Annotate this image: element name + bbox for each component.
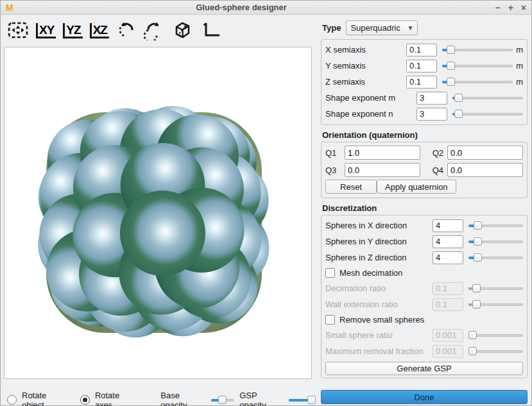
spheres-z-input[interactable] <box>433 251 463 264</box>
x-semiaxis-row: X semiaxis m <box>325 42 523 58</box>
shape-exponent-n-label: Shape exponent n <box>325 109 416 119</box>
glued-sphere-render <box>4 47 311 378</box>
remove-small-spheres-checkbox[interactable] <box>325 315 335 325</box>
rotate-axes-radio[interactable] <box>80 395 90 405</box>
wall-extension-ratio-label: Wall extension ratio <box>325 300 433 309</box>
view-yz-label: YZ <box>63 23 82 38</box>
small-sphere-ratio-row: Small sphere ratio <box>325 327 523 343</box>
app-logo: M <box>6 3 13 13</box>
rotate-object-label: Rotate object <box>22 391 66 406</box>
titlebar: M Glued-sphere designer − + × <box>1 1 531 15</box>
mesh-decimation-row: Mesh decimation <box>325 266 523 280</box>
random-orientation-button[interactable] <box>170 19 194 44</box>
apply-quaternion-button[interactable]: Apply quaternion <box>377 180 456 194</box>
slider-handle <box>468 347 477 355</box>
view-xz-button[interactable]: XZ <box>89 22 110 40</box>
view-xy-button[interactable]: XY <box>35 22 57 40</box>
spheres-y-input[interactable] <box>433 235 463 248</box>
q2-label: Q2 <box>424 148 443 158</box>
rotate-cw-icon <box>144 20 164 42</box>
spheres-x-slider[interactable] <box>468 221 523 231</box>
spheres-z-slider[interactable] <box>468 253 523 263</box>
type-value: Superquadric <box>350 23 403 33</box>
toggle-axes-button[interactable] <box>199 19 223 44</box>
mesh-decimation-checkbox[interactable] <box>325 268 335 278</box>
z-semiaxis-slider[interactable] <box>442 77 513 87</box>
spheres-x-input[interactable] <box>433 219 463 232</box>
rotate-axes-label: Rotate axes <box>95 391 135 406</box>
rotate-cw-button[interactable] <box>142 19 166 44</box>
small-sphere-ratio-input <box>433 329 463 342</box>
spheres-x-label: Spheres in X direction <box>325 221 433 230</box>
type-dropdown[interactable]: Superquadric ▼ <box>346 21 418 35</box>
shape-exponent-m-input[interactable] <box>416 92 447 105</box>
gsp-opacity-slider[interactable] <box>289 395 312 405</box>
gsp-opacity-label: GSP opacity <box>239 391 281 406</box>
spheres-z-label: Spheres in Z direction <box>325 253 433 262</box>
shape-exponent-n-slider[interactable] <box>452 109 523 119</box>
discretization-header: Discretization <box>322 203 528 213</box>
slider-handle[interactable] <box>454 94 463 102</box>
x-semiaxis-input[interactable] <box>406 44 437 56</box>
y-semiaxis-label: Y semiaxis <box>325 61 406 71</box>
q3-input[interactable] <box>345 163 420 177</box>
window-title: Glued-sphere designer <box>13 3 495 12</box>
x-semiaxis-unit: m <box>513 45 523 55</box>
fit-view-button[interactable] <box>6 19 30 44</box>
shape-exponent-m-slider[interactable] <box>452 93 523 103</box>
max-removal-fraction-input <box>433 345 463 358</box>
remove-small-spheres-label: Remove small spheres <box>339 315 424 325</box>
view-yz-button[interactable]: YZ <box>62 22 83 40</box>
max-removal-fraction-row: Maximum removal fraction <box>325 343 523 359</box>
rotate-object-radio[interactable] <box>7 395 17 405</box>
shape-exponent-m-label: Shape exponent m <box>325 93 416 103</box>
base-opacity-slider[interactable] <box>211 395 234 405</box>
reset-button[interactable]: Reset <box>325 180 377 194</box>
slider-handle[interactable] <box>447 46 455 54</box>
max-removal-fraction-label: Maximum removal fraction <box>325 346 433 356</box>
decimation-ratio-slider <box>468 283 523 294</box>
settings-panel: Type Superquadric ▼ X semiaxis m Y semia… <box>318 15 531 406</box>
slider-handle[interactable] <box>454 110 463 118</box>
slider-handle[interactable] <box>218 396 227 404</box>
q4-input[interactable] <box>447 163 523 177</box>
view-xz-label: XZ <box>90 23 109 38</box>
maximize-button[interactable]: + <box>508 3 513 12</box>
view-xy-label: XY <box>36 23 56 38</box>
y-semiaxis-slider[interactable] <box>442 61 513 71</box>
slider-handle[interactable] <box>474 221 482 230</box>
y-semiaxis-row: Y semiaxis m <box>325 58 523 74</box>
z-semiaxis-input[interactable] <box>406 76 437 89</box>
remove-small-spheres-row: Remove small spheres <box>325 312 523 327</box>
slider-track <box>452 113 523 115</box>
generate-gsp-button[interactable]: Generate GSP <box>325 362 523 375</box>
spheres-y-slider[interactable] <box>468 237 523 247</box>
slider-handle[interactable] <box>474 253 482 262</box>
base-opacity-label: Base opacity <box>160 391 203 406</box>
small-sphere-ratio-slider <box>468 330 523 341</box>
close-button[interactable]: × <box>521 3 526 12</box>
render-viewport[interactable] <box>4 47 312 379</box>
decimation-ratio-input <box>433 282 463 295</box>
slider-handle[interactable] <box>474 237 482 246</box>
spheres-y-row: Spheres in Y direction <box>325 233 523 250</box>
minimize-button[interactable]: − <box>495 3 500 12</box>
slider-handle[interactable] <box>307 396 316 404</box>
y-semiaxis-input[interactable] <box>406 60 437 72</box>
spheres-y-label: Spheres in Y direction <box>325 237 433 246</box>
orientation-header: Orientation (quaternion) <box>322 130 528 140</box>
rotate-ccw-button[interactable] <box>115 19 138 44</box>
q1-input[interactable] <box>345 146 420 160</box>
toolbar: XY YZ XZ <box>1 15 318 47</box>
shape-exponent-n-input[interactable] <box>416 108 447 121</box>
x-semiaxis-slider[interactable] <box>442 45 513 55</box>
fit-view-icon <box>7 20 29 42</box>
rotate-ccw-icon <box>116 20 137 42</box>
decimation-ratio-row: Decimation ratio <box>325 280 523 296</box>
slider-handle[interactable] <box>447 62 455 70</box>
done-button[interactable]: Done <box>321 390 528 404</box>
discretization-groupbox: Spheres in X direction Spheres in Y dire… <box>321 215 528 378</box>
spheres-x-row: Spheres in X direction <box>325 217 523 233</box>
q2-input[interactable] <box>447 146 523 160</box>
slider-handle[interactable] <box>447 78 455 86</box>
